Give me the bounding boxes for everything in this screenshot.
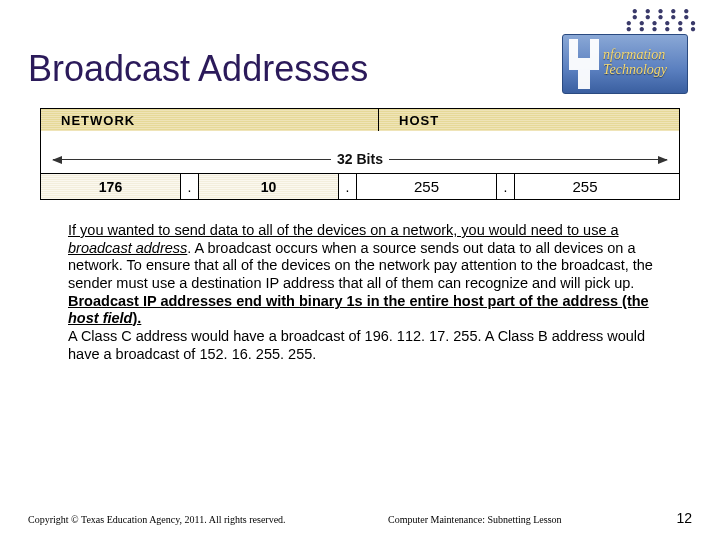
footer: Copyright © Texas Education Agency, 2011…	[0, 510, 720, 526]
octet-2: 10	[199, 174, 339, 199]
dot-2: .	[339, 174, 357, 199]
bits-label: 32 Bits	[331, 151, 389, 167]
footer-page: 12	[652, 510, 692, 526]
sentence-3: A Class C address would have a broadcast…	[68, 328, 645, 362]
footer-copyright: Copyright © Texas Education Agency, 2011…	[28, 514, 388, 525]
dot-3: .	[497, 174, 515, 199]
header-network: NETWORK	[41, 109, 379, 131]
logo-text-2: Technology	[603, 62, 667, 77]
logo-dots: ● ● ● ● ● ● ● ● ● ● ● ● ● ● ● ● ● ● ● ● …	[632, 8, 698, 32]
octet-row: 176 . 10 . 255 . 255	[41, 173, 679, 199]
dot-1: .	[181, 174, 199, 199]
sentence-1a: If you wanted to send data to all of the…	[68, 222, 619, 238]
slide: ● ● ● ● ● ● ● ● ● ● ● ● ● ● ● ● ● ● ● ● …	[0, 0, 720, 540]
sentence-2a: Broadcast IP addresses end with binary 1…	[68, 293, 649, 309]
logo: ● ● ● ● ● ● ● ● ● ● ● ● ● ● ● ● ● ● ● ● …	[538, 8, 698, 98]
octet-4: 255	[515, 174, 655, 199]
octet-3: 255	[357, 174, 497, 199]
ip-diagram: NETWORK HOST 32 Bits 176 . 10 . 255 . 25…	[40, 108, 680, 200]
logo-badge: nformation Technology	[562, 34, 688, 94]
footer-lesson: Computer Maintenance: Subnetting Lesson	[388, 514, 652, 525]
sentence-2c: ).	[132, 310, 141, 326]
logo-text-1: nformation	[603, 47, 665, 62]
body-paragraph: If you wanted to send data to all of the…	[68, 222, 676, 364]
bits-row: 32 Bits	[41, 131, 679, 173]
broadcast-term: broadcast address	[68, 240, 187, 256]
octet-1: 176	[41, 174, 181, 199]
host-field-term: host field	[68, 310, 132, 326]
header-host: HOST	[379, 109, 679, 131]
